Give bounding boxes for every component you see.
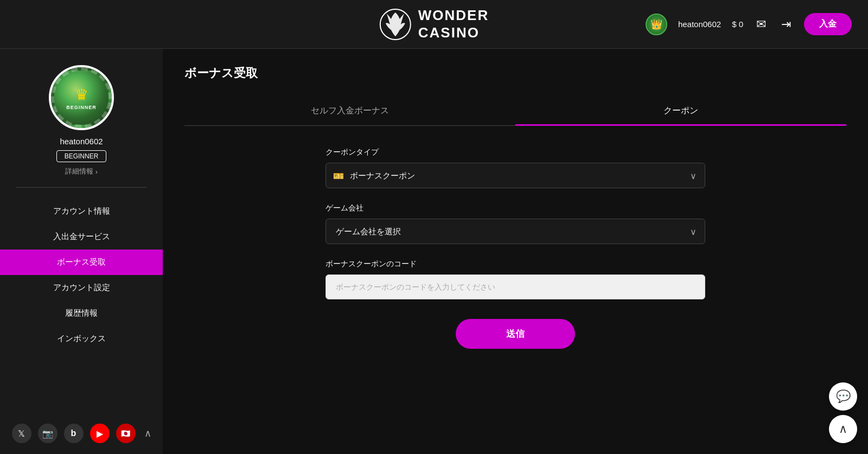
deposit-button[interactable]: 入金 bbox=[804, 13, 852, 35]
logo: WONDER CASINO bbox=[379, 7, 489, 41]
coupon-code-group: ボーナスクーポンのコード bbox=[326, 259, 705, 299]
page-title: ボーナス受取 bbox=[184, 65, 846, 81]
chevron-up-icon[interactable]: ∧ bbox=[144, 427, 151, 439]
coupon-type-select[interactable]: ボーナスクーポン bbox=[326, 163, 705, 188]
game-company-select[interactable]: ゲーム会社を選択 bbox=[326, 219, 705, 244]
sidebar-item-bonus[interactable]: ボーナス受取 bbox=[0, 250, 163, 275]
submit-button[interactable]: 送信 bbox=[456, 319, 575, 349]
header: WONDER CASINO 👑 heaton0602 $ 0 ✉ ⇥ 入金 bbox=[0, 0, 868, 49]
sidebar-item-deposit-withdrawal[interactable]: 入出金サービス bbox=[0, 224, 163, 250]
coupon-type-label: クーポンタイプ bbox=[326, 148, 705, 157]
coupon-code-input[interactable] bbox=[326, 274, 705, 299]
japan-icon[interactable]: 🇯🇵 bbox=[116, 424, 136, 443]
sidebar: ♛ BEGINNER heaton0602 BEGINNER 詳細情報 › アカ… bbox=[0, 49, 163, 454]
sidebar-item-history[interactable]: 履歴情報 bbox=[0, 300, 163, 326]
sidebar-item-account-settings[interactable]: アカウント設定 bbox=[0, 275, 163, 300]
main-content: ボーナス受取 セルフ入金ボーナス クーポン クーポンタイプ 🎫 ボーナスクーポン… bbox=[163, 49, 868, 454]
chat-bubble[interactable]: 💬 bbox=[829, 382, 857, 411]
logo-icon bbox=[379, 8, 412, 41]
chevron-right-icon: › bbox=[95, 168, 98, 176]
coupon-code-label: ボーナスクーポンのコード bbox=[326, 259, 705, 269]
game-company-select-wrapper: ゲーム会社を選択 ∨ bbox=[326, 219, 705, 244]
logo-text: WONDER CASINO bbox=[418, 7, 489, 41]
instagram-icon[interactable]: 📷 bbox=[38, 424, 58, 443]
sidebar-divider bbox=[16, 187, 146, 188]
crown-icon: ♛ bbox=[75, 86, 88, 104]
scroll-top-button[interactable]: ∧ bbox=[829, 415, 857, 443]
sidebar-item-account-info[interactable]: アカウント情報 bbox=[0, 199, 163, 224]
sidebar-item-inbox[interactable]: インボックス bbox=[0, 326, 163, 351]
layout: ♛ BEGINNER heaton0602 BEGINNER 詳細情報 › アカ… bbox=[0, 49, 868, 454]
game-company-label: ゲーム会社 bbox=[326, 203, 705, 213]
youtube-icon[interactable]: ▶ bbox=[90, 424, 110, 443]
header-right: 👑 heaton0602 $ 0 ✉ ⇥ 入金 bbox=[646, 13, 852, 35]
baccarat-icon[interactable]: b bbox=[64, 424, 84, 443]
avatar-rank: BEGINNER bbox=[66, 105, 97, 110]
twitter-icon[interactable]: 𝕏 bbox=[12, 424, 31, 443]
sidebar-social: 𝕏 📷 b ▶ 🇯🇵 ∧ bbox=[1, 413, 162, 454]
coupon-type-group: クーポンタイプ 🎫 ボーナスクーポン ∨ bbox=[326, 148, 705, 188]
tabs-container: セルフ入金ボーナス クーポン bbox=[184, 98, 846, 126]
detail-link[interactable]: 詳細情報 › bbox=[65, 167, 98, 176]
header-avatar: 👑 bbox=[646, 14, 667, 35]
header-balance: $ 0 bbox=[732, 20, 743, 29]
coupon-type-select-wrapper: 🎫 ボーナスクーポン ∨ bbox=[326, 163, 705, 188]
header-username: heaton0602 bbox=[678, 20, 721, 29]
coupon-form: クーポンタイプ 🎫 ボーナスクーポン ∨ ゲーム会社 ゲーム会社を選択 ∨ bbox=[326, 148, 705, 349]
logout-icon[interactable]: ⇥ bbox=[779, 15, 793, 34]
tab-self-deposit[interactable]: セルフ入金ボーナス bbox=[184, 98, 515, 126]
sidebar-username: heaton0602 bbox=[60, 137, 103, 146]
rank-badge: BEGINNER bbox=[56, 150, 107, 162]
tab-coupon[interactable]: クーポン bbox=[515, 98, 846, 126]
sidebar-nav: アカウント情報 入出金サービス ボーナス受取 アカウント設定 履歴情報 インボッ… bbox=[0, 199, 163, 351]
avatar: ♛ BEGINNER bbox=[49, 65, 114, 130]
avatar-chip: ♛ BEGINNER bbox=[51, 67, 112, 128]
mail-icon[interactable]: ✉ bbox=[754, 15, 768, 34]
game-company-group: ゲーム会社 ゲーム会社を選択 ∨ bbox=[326, 203, 705, 244]
